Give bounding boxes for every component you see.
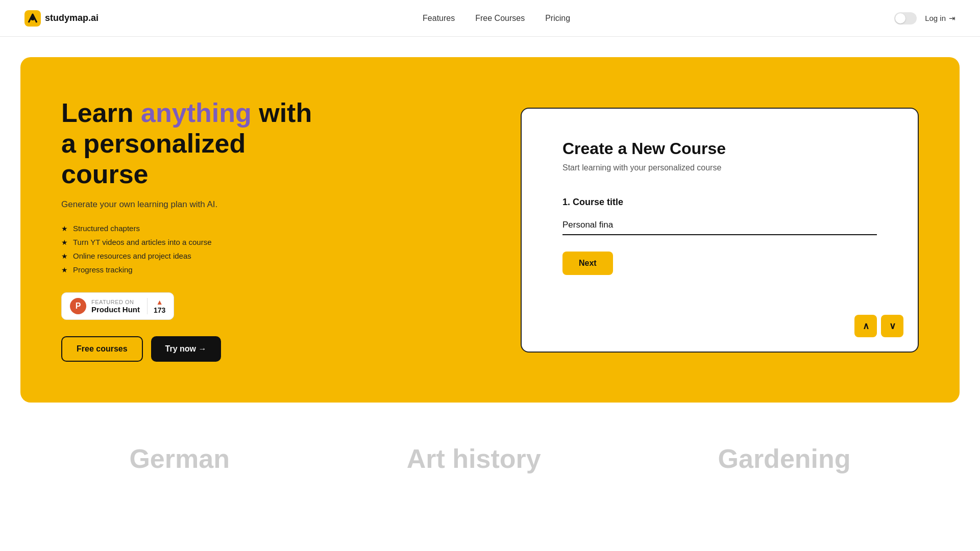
login-icon: ⇥ (949, 14, 955, 23)
feature-list: Structured chapters Turn YT videos and a… (61, 224, 316, 274)
navbar: studymap.ai Features Free Courses Pricin… (0, 0, 980, 37)
toggle-track[interactable] (894, 12, 917, 24)
product-hunt-badge[interactable]: P FEATURED ON Product Hunt ▲ 173 (61, 292, 174, 320)
try-now-button[interactable]: Try now → (151, 336, 221, 362)
chevron-up-icon: ∧ (863, 320, 869, 332)
brand-name: studymap.ai (45, 13, 99, 23)
logo-icon (24, 10, 41, 27)
input-wrapper (562, 216, 877, 252)
theme-toggle[interactable] (894, 12, 917, 24)
navbar-brand-area: studymap.ai (24, 10, 99, 27)
main-nav: Features Free Courses Pricing (423, 14, 570, 23)
feature-item-1: Structured chapters (61, 224, 316, 233)
card-subtitle: Start learning with your personalized co… (562, 163, 877, 172)
course-card-container: Create a New Course Start learning with … (521, 108, 919, 353)
bottom-card-german: German (129, 443, 230, 474)
toggle-knob (895, 13, 905, 23)
hero-section: Learn anything with a personalized cours… (20, 57, 960, 403)
next-button[interactable]: Next (562, 252, 613, 275)
feature-item-2: Turn YT videos and articles into a cours… (61, 238, 316, 246)
hero-left: Learn anything with a personalized cours… (61, 98, 316, 362)
svg-point-1 (31, 16, 35, 20)
step-label: 1. Course title (562, 197, 877, 208)
course-title-input[interactable] (562, 216, 877, 235)
hero-cta-buttons: Free courses Try now → (61, 336, 316, 362)
bottom-title-gardening: Gardening (718, 443, 851, 474)
free-courses-button[interactable]: Free courses (61, 336, 143, 362)
ph-arrow-icon: ▲ (156, 298, 163, 306)
bottom-section: German Art history Gardening (0, 403, 980, 494)
course-card: Create a New Course Start learning with … (521, 108, 919, 353)
nav-free-courses[interactable]: Free Courses (475, 14, 525, 23)
chevron-down-icon: ∨ (889, 320, 896, 332)
hero-title: Learn anything with a personalized cours… (61, 98, 316, 189)
bottom-card-gardening: Gardening (718, 443, 851, 474)
feature-item-4: Progress tracking (61, 265, 316, 274)
ph-text-block: FEATURED ON Product Hunt (91, 299, 140, 314)
bottom-title-german: German (129, 443, 230, 474)
card-title: Create a New Course (562, 139, 877, 158)
bottom-card-art: Art history (407, 443, 541, 474)
product-hunt-icon: P (70, 298, 86, 314)
card-nav-down[interactable]: ∨ (881, 315, 903, 337)
ph-score: ▲ 173 (147, 298, 165, 314)
nav-features[interactable]: Features (423, 14, 455, 23)
nav-pricing[interactable]: Pricing (545, 14, 570, 23)
card-navigation: ∧ ∨ (854, 315, 903, 337)
hero-subtitle: Generate your own learning plan with AI. (61, 199, 316, 210)
feature-item-3: Online resources and project ideas (61, 252, 316, 260)
card-nav-up[interactable]: ∧ (854, 315, 877, 337)
login-button[interactable]: Log in ⇥ (925, 14, 955, 23)
navbar-right: Log in ⇥ (894, 12, 955, 24)
bottom-title-art: Art history (407, 443, 541, 474)
